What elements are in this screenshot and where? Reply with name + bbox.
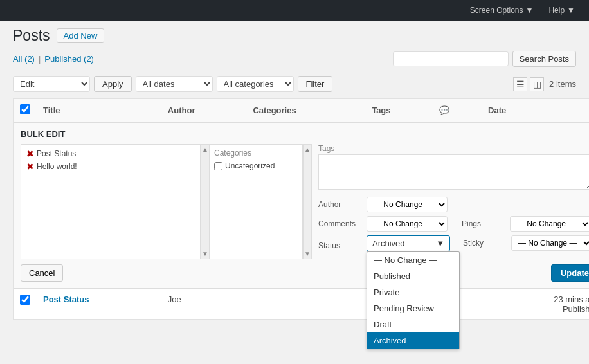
select-all-header <box>14 99 37 122</box>
filter-button[interactable]: Filter <box>298 76 333 92</box>
remove-post-icon[interactable]: ✖ <box>26 149 34 159</box>
sticky-col: Sticky — No Change — <box>463 235 589 259</box>
list-item: ✖ Hello world! <box>24 160 197 173</box>
post-time: 23 mins ago <box>554 295 589 304</box>
tags-header: Tags <box>365 99 433 122</box>
apply-button[interactable]: Apply <box>94 76 132 92</box>
chevron-down-icon: ▼ <box>526 6 534 15</box>
pings-col: Pings — No Change — <box>462 216 589 235</box>
categories-label: Categories <box>214 149 298 158</box>
add-new-button[interactable]: Add New <box>57 28 105 43</box>
screen-options-button[interactable]: Screen Options ▼ <box>464 3 540 17</box>
author-select[interactable]: — No Change — <box>367 197 448 212</box>
categories-scroll[interactable]: Uncategorized <box>214 160 298 237</box>
bulk-action-select[interactable]: Edit <box>13 76 90 92</box>
comments-col: Comments — No Change — <box>318 216 449 235</box>
categories-scroll-handle[interactable]: ▲ ▼ <box>303 144 312 259</box>
tags-textarea[interactable] <box>318 154 589 190</box>
row-checkbox-cell <box>14 289 37 320</box>
posts-scroll-handle[interactable]: ▲ ▼ <box>201 144 210 259</box>
pings-select[interactable]: — No Change — <box>510 216 589 232</box>
post-author-cell: Joe <box>161 289 247 320</box>
posts-scroll[interactable]: ✖ Post Status ✖ Hello world! <box>24 147 197 231</box>
comments-label: Comments <box>318 219 360 228</box>
table-header-row: Title Author Categories Tags 💬 Date <box>14 99 590 122</box>
comments-pings-row: Comments — No Change — Pings <box>318 216 589 235</box>
main-content: Posts Add New All (2) | Published (2) Se… <box>0 21 589 332</box>
status-dropdown: — No Change — Published Private Pending … <box>367 251 460 349</box>
comment-icon: 💬 <box>439 105 449 115</box>
dropdown-option-archived[interactable]: Archived <box>367 332 459 349</box>
status-sticky-row: Status Archived ▼ <box>318 235 589 259</box>
page-heading: Posts Add New <box>13 27 576 44</box>
date-header: Date <box>482 99 589 122</box>
page-title: Posts <box>13 27 50 44</box>
scroll-up-arrow: ▲ <box>304 146 311 153</box>
post-title-link[interactable]: Post Status <box>43 295 89 304</box>
select-all-checkbox[interactable] <box>20 104 30 114</box>
dropdown-option-draft[interactable]: Draft <box>367 316 459 332</box>
comments-header: 💬 <box>433 99 482 122</box>
post-categories-cell: — <box>246 289 365 320</box>
status-field-row: Status Archived ▼ <box>318 235 450 255</box>
scroll-up-arrow: ▲ <box>202 146 208 153</box>
dropdown-option-no-change[interactable]: — No Change — <box>367 252 459 268</box>
filter-nav: All (2) | Published (2) <box>13 54 94 64</box>
dates-select[interactable]: All dates <box>136 76 213 92</box>
tags-label: Tags <box>318 144 589 153</box>
comments-select[interactable]: — No Change — <box>367 216 448 232</box>
dropdown-option-private[interactable]: Private <box>367 284 459 300</box>
bulk-actions-bottom: Cancel Update <box>21 264 589 282</box>
remove-post-icon[interactable]: ✖ <box>26 161 34 172</box>
categories-select[interactable]: All categories <box>217 76 294 92</box>
categories-header: Categories <box>246 99 365 122</box>
chevron-down-icon: ▼ <box>567 6 575 15</box>
list-item: ✖ Post Status <box>24 147 197 160</box>
post-name: Hello world! <box>37 162 77 171</box>
list-view-icon[interactable]: ☰ <box>513 77 527 91</box>
status-current-value: Archived <box>372 239 405 248</box>
items-count-area: ☰ ◫ 2 items <box>513 77 576 91</box>
filter-published[interactable]: Published (2) <box>44 54 94 64</box>
dropdown-option-published[interactable]: Published <box>367 268 459 284</box>
pings-label: Pings <box>462 219 503 228</box>
comments-field-row: Comments — No Change — <box>318 216 449 232</box>
bulk-edit-posts-panel: ✖ Post Status ✖ Hello world! <box>21 144 201 259</box>
category-checkbox[interactable] <box>214 162 222 170</box>
post-status: Published <box>563 304 589 314</box>
update-button[interactable]: Update <box>551 264 589 282</box>
bulk-edit-cell: BULK EDIT ✖ Post Status <box>14 122 590 289</box>
pings-field-row: Pings — No Change — <box>462 216 589 232</box>
status-area: Archived ▼ — No Change — Published <box>367 235 450 251</box>
row-checkbox[interactable] <box>20 295 30 305</box>
help-button[interactable]: Help ▼ <box>542 3 581 17</box>
sticky-field-row: Sticky — No Change — <box>463 235 589 251</box>
author-row: Author — No Change — <box>318 197 589 212</box>
categories-panel: Categories Uncategorized <box>210 144 303 259</box>
posts-table: Title Author Categories Tags 💬 Date BULK… <box>13 98 589 320</box>
chevron-down-icon: ▼ <box>436 239 444 248</box>
search-input[interactable] <box>393 51 509 66</box>
fields-panel: Tags Author — No Change — <box>312 144 589 259</box>
title-header: Title <box>37 99 161 122</box>
filter-sep: | <box>39 54 41 64</box>
action-row: Edit Apply All dates All categories Filt… <box>13 76 576 92</box>
bulk-edit-box: BULK EDIT ✖ Post Status <box>14 122 589 289</box>
status-col: Status Archived ▼ <box>318 235 450 259</box>
view-icons: ☰ ◫ <box>513 77 544 91</box>
search-button[interactable]: Search Posts <box>512 51 576 67</box>
sticky-select[interactable]: — No Change — <box>511 235 589 251</box>
sticky-label: Sticky <box>463 239 505 248</box>
author-label: Author <box>318 200 360 209</box>
grid-view-icon[interactable]: ◫ <box>530 77 544 91</box>
cancel-button[interactable]: Cancel <box>21 264 63 282</box>
category-name: Uncategorized <box>225 161 275 170</box>
categories-panel-wrap: Categories Uncategorized <box>210 144 312 259</box>
bulk-edit-inner: ✖ Post Status ✖ Hello world! <box>21 144 589 259</box>
list-item: Uncategorized <box>214 160 298 172</box>
filter-all[interactable]: All (2) <box>13 54 35 64</box>
dropdown-option-pending[interactable]: Pending Review <box>367 300 459 316</box>
table-row: Post Status Joe — — 23 mins ago Publishe… <box>14 289 590 320</box>
status-select-display[interactable]: Archived ▼ <box>367 235 450 251</box>
bulk-edit-title: BULK EDIT <box>21 129 589 139</box>
